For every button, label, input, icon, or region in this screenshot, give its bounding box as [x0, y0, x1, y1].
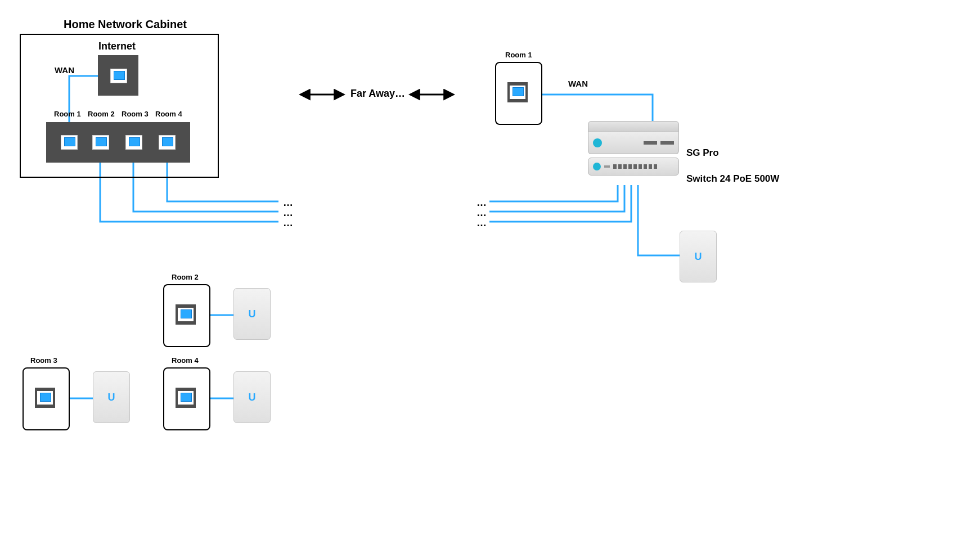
ellipsis-l3: …: [283, 217, 293, 229]
access-point-room4: U: [233, 371, 271, 423]
switch-device: [588, 158, 679, 176]
patch-port-3: [125, 135, 142, 150]
patch-port-4: [159, 135, 176, 150]
far-away-label: Far Away…: [350, 88, 405, 100]
room2-bottom-label: Room 2: [172, 273, 199, 281]
room4-bottom-label: Room 4: [172, 356, 199, 365]
ubiquiti-logo-icon: U: [108, 392, 115, 403]
ellipsis-r3: …: [476, 217, 487, 229]
room2-label: Room 2: [88, 110, 115, 118]
cabinet-title: Home Network Cabinet: [64, 18, 187, 31]
sg-pro-label: SG Pro: [686, 147, 719, 159]
room3-label: Room 3: [122, 110, 149, 118]
sg-pro-device: [588, 132, 679, 154]
access-point-room3: U: [93, 371, 130, 423]
patch-port-1: [61, 135, 78, 150]
room3-bottom-label: Room 3: [30, 356, 57, 365]
access-point-room2: U: [233, 288, 271, 340]
ubiquiti-logo-icon: U: [249, 392, 256, 403]
internet-label: Internet: [98, 41, 136, 52]
network-rack: [588, 121, 678, 188]
access-point-right: U: [680, 231, 717, 282]
wallplate-room2-port: [176, 304, 196, 325]
wallplate-room3-port: [35, 388, 55, 408]
patch-port-2: [92, 135, 109, 150]
switch-label: Switch 24 PoE 500W: [686, 173, 779, 185]
room4-label: Room 4: [155, 110, 182, 118]
room1-label: Room 1: [54, 110, 81, 118]
wallplate-room1-port: [507, 82, 528, 102]
ubiquiti-logo-icon: U: [695, 251, 702, 263]
wallplate-room4-port: [176, 388, 196, 408]
ubiquiti-logo-icon: U: [249, 308, 256, 320]
wan-label-left: WAN: [55, 65, 74, 75]
internet-port: [110, 69, 127, 83]
wan-label-right: WAN: [568, 79, 588, 88]
room1-right-label: Room 1: [505, 51, 532, 59]
